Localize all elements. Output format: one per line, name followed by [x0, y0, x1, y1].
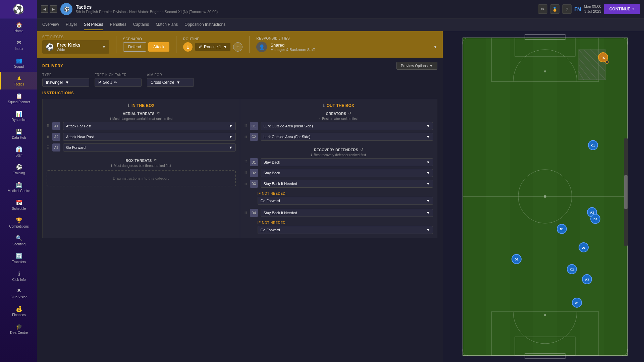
- sidebar-item-competitions[interactable]: 🏆 Competitions: [0, 214, 37, 232]
- sidebar-item-inbox[interactable]: ✉ Inbox: [0, 36, 37, 54]
- inst-select-d2[interactable]: Stay Back ▼: [261, 169, 433, 177]
- club-info: Tactics 5th in English Premier Division …: [76, 4, 535, 14]
- inst-select-c2[interactable]: Lurk Outside Area (Far Side) ▼: [261, 133, 433, 141]
- set-pieces-name: Free Kicks: [57, 42, 80, 48]
- sidebar-item-schedule[interactable]: 📅 Schedule: [0, 196, 37, 214]
- sidebar-item-tactics[interactable]: ♟ Tactics: [0, 72, 37, 89]
- nav-back-button[interactable]: ◀: [41, 5, 48, 13]
- inst-chevron-a1: ▼: [229, 124, 233, 128]
- recovery-sub: ℹ Best recovery defender ranked first: [244, 153, 433, 157]
- sidebar-item-dynamics[interactable]: 📊 Dynamics: [0, 107, 37, 125]
- scouting-icon: 🔍: [16, 235, 22, 241]
- sidebar-item-dev-centre[interactable]: 🎓 Dev. Centre: [0, 320, 37, 338]
- subnav-item-match-plans[interactable]: Match Plans: [156, 19, 178, 30]
- inst-select-d4[interactable]: Stay Back If Needed ▼: [261, 209, 433, 217]
- pitch-view: TK C1 A2 D4 D1 D2 D3: [443, 31, 644, 362]
- continue-button[interactable]: CONTINUE »: [604, 4, 640, 14]
- scenario-defend-button[interactable]: Defend: [123, 42, 146, 52]
- preview-chevron-icon: ▼: [429, 64, 433, 68]
- d3-if-not-chevron: ▼: [426, 199, 430, 203]
- svg-rect-27: [624, 175, 628, 209]
- drag-handle-a1[interactable]: ⠿: [47, 124, 50, 128]
- subnav-item-penalties[interactable]: Penalties: [110, 19, 126, 30]
- sidebar-item-home[interactable]: 🏠 Home: [0, 18, 37, 36]
- drag-handle-d4[interactable]: ⠿: [244, 210, 247, 215]
- drag-handle-d1[interactable]: ⠿: [244, 160, 247, 165]
- inst-select-a2[interactable]: Attack Near Post ▼: [63, 133, 236, 141]
- responsibilities-selector[interactable]: 👤 Shared Manager & Backroom Staff ▼: [256, 42, 437, 52]
- training-icon: ⚽: [16, 164, 22, 170]
- medical-icon: 🏥: [16, 182, 22, 188]
- subnav-item-player[interactable]: Player: [66, 19, 77, 30]
- preview-options-button[interactable]: Preview Options ▼: [396, 62, 437, 70]
- sidebar-item-finances[interactable]: 💰 Finances: [0, 302, 37, 320]
- svg-point-12: [544, 70, 546, 72]
- table-row: ⠿ C2 Lurk Outside Area (Far Side) ▼: [244, 131, 433, 142]
- table-row: ⠿ A3 Go Forward ▼: [47, 142, 236, 153]
- inst-select-d1[interactable]: Stay Back ▼: [261, 158, 433, 166]
- routine-controls: 1 ↺ Routine 1 ▼ +: [183, 42, 243, 52]
- sidebar-item-club-vision[interactable]: 👁 Club Vision: [0, 285, 37, 302]
- drag-handle-d3[interactable]: ⠿: [244, 181, 247, 186]
- edit-button[interactable]: ✏: [538, 4, 547, 14]
- d3-if-not-selector[interactable]: Go Forward ▼: [258, 197, 433, 205]
- scenario-attack-button[interactable]: Attack: [148, 42, 169, 52]
- sidebar-item-squad-planner[interactable]: 📋 Squad Planner: [0, 89, 37, 107]
- inst-badge-a2: A2: [52, 133, 60, 141]
- sidebar-item-medical[interactable]: 🏥 Medical Centre: [0, 178, 37, 196]
- inst-chevron-d4: ▼: [426, 211, 430, 215]
- club-info-icon: ℹ: [18, 270, 20, 277]
- d4-if-not-chevron: ▼: [426, 228, 430, 232]
- inst-select-d3[interactable]: Stay Back If Needed ▼: [261, 180, 433, 188]
- inst-badge-d2: D2: [250, 169, 258, 177]
- drag-handle-c2[interactable]: ⠿: [244, 134, 247, 139]
- achievements-button[interactable]: 🏅: [550, 4, 559, 14]
- aim-selector[interactable]: Cross Centre ▼: [147, 78, 194, 87]
- continue-arrow-icon: »: [632, 7, 635, 11]
- inst-select-c1[interactable]: Lurk Outside Area (Near Side) ▼: [261, 122, 433, 130]
- sidebar-item-transfers[interactable]: 🔄 Transfers: [0, 249, 37, 267]
- svg-text:C1: C1: [591, 144, 595, 147]
- recovery-refresh-icon: ↺: [360, 147, 363, 152]
- d4-if-not-selector[interactable]: Go Forward ▼: [258, 226, 433, 234]
- nav-forward-button[interactable]: ▶: [50, 5, 57, 13]
- inst-chevron-c2: ▼: [426, 135, 430, 139]
- svg-text:D2: D2: [515, 258, 519, 261]
- svg-text:C2: C2: [570, 268, 574, 271]
- sp-divider-3: [249, 36, 250, 53]
- sidebar-item-training[interactable]: ⚽ Training: [0, 161, 37, 178]
- drag-handle-c1[interactable]: ⠿: [244, 124, 247, 128]
- subnav-item-opposition-instructions[interactable]: Opposition Instructions: [184, 19, 225, 30]
- resp-chevron-icon: ▼: [433, 45, 437, 49]
- help-button[interactable]: ?: [562, 4, 572, 14]
- add-routine-button[interactable]: +: [233, 42, 243, 52]
- box-threats-title: BOX THREATS ↺: [47, 158, 236, 163]
- sidebar-item-club-info[interactable]: ℹ Club Info: [0, 267, 37, 285]
- sidebar-item-scouting[interactable]: 🔍 Scouting: [0, 232, 37, 249]
- topbar: ◀ ▶ ⚽ Tactics 5th in English Premier Div…: [37, 0, 644, 18]
- scenario-label: SCENARIO: [123, 37, 169, 41]
- inst-select-a1[interactable]: Attack Far Post ▼: [63, 122, 236, 130]
- creators-refresh-icon: ↺: [348, 111, 351, 116]
- type-selector[interactable]: Inswinger ▼: [42, 78, 89, 87]
- set-pieces-selector[interactable]: ⚽ Free Kicks Wide ▼: [42, 40, 109, 54]
- drag-handle-d2[interactable]: ⠿: [244, 171, 247, 175]
- subnav-item-overview[interactable]: Overview: [42, 19, 59, 30]
- inst-chevron-d1: ▼: [426, 160, 430, 164]
- inst-badge-c1: C1: [250, 122, 258, 130]
- inst-badge-d4: D4: [250, 209, 258, 217]
- drag-handle-a2[interactable]: ⠿: [47, 134, 50, 139]
- drag-handle-a3[interactable]: ⠿: [47, 145, 50, 150]
- resp-sub: Manager & Backroom Staff: [270, 48, 315, 52]
- routine-selector[interactable]: ↺ Routine 1 ▼: [195, 43, 230, 51]
- taker-selector[interactable]: P. Groß ✏: [95, 78, 142, 87]
- transfers-icon: 🔄: [16, 253, 22, 259]
- sidebar-item-staff[interactable]: 👔 Staff: [0, 143, 37, 161]
- sidebar-item-squad[interactable]: 👥 Squad: [0, 54, 37, 72]
- subnav-item-set-pieces[interactable]: Set Pieces: [84, 19, 103, 30]
- inst-select-a3[interactable]: Go Forward ▼: [63, 143, 236, 152]
- subnav-item-captains[interactable]: Captains: [133, 19, 149, 30]
- sidebar-item-data-hub[interactable]: 💾 Data Hub: [0, 125, 37, 143]
- taker-label: FREE KICK TAKER: [95, 73, 142, 77]
- dev-centre-icon: 🎓: [16, 323, 22, 330]
